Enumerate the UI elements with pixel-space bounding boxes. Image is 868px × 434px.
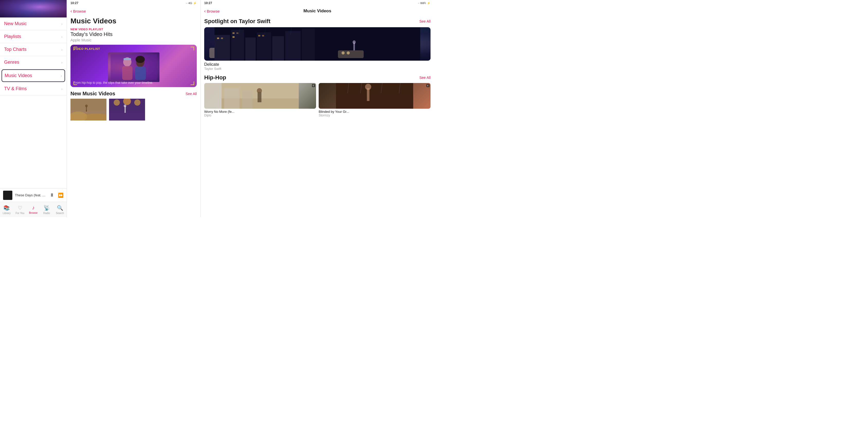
mv-thumb-2[interactable] xyxy=(109,99,145,121)
status-icons-middle: ·· 4G ⚡ xyxy=(186,2,197,5)
spotlight-song-title: Delicate xyxy=(204,62,431,67)
svg-rect-19 xyxy=(124,106,126,113)
hiphop-item-1[interactable]: E Worry No More (fe... Diplo xyxy=(204,83,316,117)
pause-button[interactable]: ⏸ xyxy=(50,193,54,198)
back-label-middle: Browse xyxy=(73,9,86,13)
svg-point-49 xyxy=(257,88,262,93)
sidebar-item-label-tv-films: TV & Films xyxy=(4,86,27,92)
now-playing-bar: These Days (feat. Je... ⏸ ⏩ xyxy=(0,188,67,202)
hiphop-title: Hip-Hop xyxy=(204,74,226,81)
hiphop-song-title-1: Worry No More (fe... xyxy=(204,110,316,113)
svg-rect-43 xyxy=(338,51,364,58)
svg-rect-2 xyxy=(122,66,132,80)
hiphop-thumb-2: E xyxy=(319,83,431,109)
status-time-right: 10:27 xyxy=(204,1,212,5)
new-music-videos-title: New Music Videos xyxy=(70,91,115,97)
svg-rect-13 xyxy=(70,99,106,110)
signal-middle: ·· 4G xyxy=(186,2,192,5)
svg-point-53 xyxy=(365,84,371,90)
playlist-author: Apple Music xyxy=(70,38,197,42)
corner-tr xyxy=(191,47,194,51)
back-button-right[interactable]: ‹ Browse xyxy=(204,8,220,14)
video-playlist-card[interactable]: VIDEO PLAYLIST xyxy=(70,45,197,87)
explicit-badge-1: E xyxy=(312,84,315,87)
status-icons-right: ·· WiFi ⚡ xyxy=(418,2,431,5)
hiphop-song-artist-1: Diplo xyxy=(204,113,316,117)
svg-point-20 xyxy=(124,105,126,107)
status-time-middle: 10:27 xyxy=(70,1,79,5)
tab-library[interactable]: 📚Library xyxy=(0,205,13,214)
svg-point-6 xyxy=(135,56,145,63)
tab-search[interactable]: 🔍Search xyxy=(53,205,67,214)
playback-controls: ⏸ ⏩ xyxy=(50,193,64,198)
hiphop-thumbnails: E Worry No More (fe... Diplo xyxy=(204,83,431,117)
sidebar-item-new-music[interactable]: New Music› xyxy=(0,18,67,30)
sidebar-item-playlists[interactable]: Playlists› xyxy=(0,30,67,43)
sidebar-item-label-playlists: Playlists xyxy=(4,34,21,39)
back-chevron-right: ‹ xyxy=(204,8,206,14)
spotlight-see-all[interactable]: See All xyxy=(419,19,431,23)
back-button-middle[interactable]: ‹ Browse xyxy=(70,8,86,14)
status-bar-right: 10:27 ·· WiFi ⚡ xyxy=(200,0,434,6)
sidebar-item-label-new-music: New Music xyxy=(4,21,27,27)
left-panel: New Music›Playlists›Top Charts›Genres›Mu… xyxy=(0,0,67,217)
mv-thumb-image-1 xyxy=(70,99,106,121)
video-card-label: VIDEO PLAYLIST xyxy=(73,47,100,51)
spotlight-title: Spotlight on Taylor Swift xyxy=(204,18,270,25)
svg-rect-33 xyxy=(232,36,235,38)
sidebar-item-label-music-videos: Music Videos xyxy=(5,73,32,78)
hero-image xyxy=(0,0,67,18)
tab-browse[interactable]: ♪Browse xyxy=(27,205,40,214)
playlist-tag: NEW VIDEO PLAYLIST xyxy=(70,28,197,31)
svg-rect-48 xyxy=(258,92,261,102)
sidebar-chevron-tv-films: › xyxy=(61,87,62,91)
svg-rect-27 xyxy=(285,31,301,61)
explicit-badge-2: E xyxy=(426,84,430,87)
svg-rect-23 xyxy=(231,30,244,61)
back-chevron-middle: ‹ xyxy=(70,8,72,14)
hiphop-item-2[interactable]: E Blinded by Your Gr... Stormzy xyxy=(319,83,431,117)
sidebar-item-top-charts[interactable]: Top Charts› xyxy=(0,43,67,56)
spotlight-header: Spotlight on Taylor Swift See All xyxy=(204,18,431,25)
sidebar-item-music-videos[interactable]: Music Videos› xyxy=(2,69,65,82)
svg-rect-34 xyxy=(258,35,260,36)
svg-rect-26 xyxy=(272,36,284,61)
back-label-right: Browse xyxy=(207,9,220,13)
right-panel: 10:27 ·· WiFi ⚡ ‹ Browse Music Videos Sp… xyxy=(200,0,434,217)
svg-rect-28 xyxy=(302,29,315,61)
now-playing-title: These Days (feat. Je... xyxy=(15,193,47,197)
tab-radio[interactable]: 📡Radio xyxy=(40,205,53,214)
right-content: Spotlight on Taylor Swift See All xyxy=(200,16,434,217)
sidebar-chevron-top-charts: › xyxy=(61,47,62,52)
radio-icon: 📡 xyxy=(43,205,50,211)
svg-rect-18 xyxy=(109,111,145,121)
battery-right: ⚡ xyxy=(427,2,431,5)
svg-rect-51 xyxy=(336,96,413,109)
svg-rect-46 xyxy=(224,88,240,109)
page-title-middle: Music Videos xyxy=(67,16,200,28)
hiphop-song-title-2: Blinded by Your Gr... xyxy=(319,110,431,113)
video-card-description: From hip-hop to pop, the clips that take… xyxy=(73,81,194,85)
tab-label-for-you: For You xyxy=(16,212,24,214)
corner-tl xyxy=(73,47,77,51)
mv-thumb-1[interactable] xyxy=(70,99,106,121)
new-music-videos-see-all[interactable]: See All xyxy=(185,92,197,96)
sidebar-item-label-genres: Genres xyxy=(4,60,19,65)
hiphop-see-all[interactable]: See All xyxy=(419,75,431,80)
sidebar-item-genres[interactable]: Genres› xyxy=(0,56,67,69)
svg-rect-32 xyxy=(236,32,239,34)
svg-rect-30 xyxy=(221,37,223,39)
svg-rect-3 xyxy=(123,58,131,60)
sidebar-item-tv-films[interactable]: TV & Films› xyxy=(0,82,67,95)
right-nav-title: Music Videos xyxy=(304,8,331,13)
svg-rect-5 xyxy=(135,67,146,80)
tab-for-you[interactable]: ♡For You xyxy=(13,205,27,214)
nav-bar-right: ‹ Browse Music Videos xyxy=(200,6,434,16)
middle-panel: 10:27 ·· 4G ⚡ ‹ Browse Music Videos NEW … xyxy=(67,0,200,217)
skip-button[interactable]: ⏩ xyxy=(58,193,64,198)
spotlight-image[interactable] xyxy=(204,27,431,61)
search-icon: 🔍 xyxy=(57,205,63,211)
artists-silhouette xyxy=(111,54,157,80)
city-svg xyxy=(204,27,431,61)
svg-point-15 xyxy=(114,99,120,106)
